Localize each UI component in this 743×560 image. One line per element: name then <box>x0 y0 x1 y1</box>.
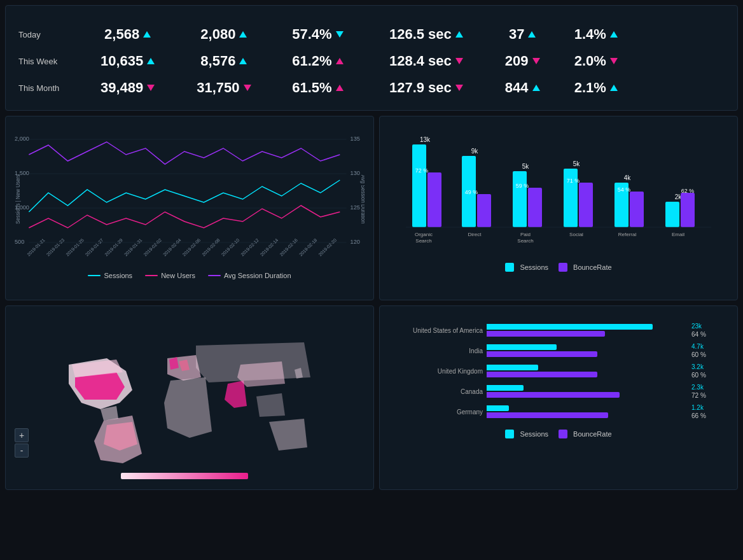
svg-text:9k: 9k <box>471 148 479 155</box>
svg-text:2019-01-31: 2019-01-31 <box>123 237 143 256</box>
country-label: Germany <box>394 409 483 416</box>
row-label: This Month <box>16 74 80 101</box>
svg-text:2019-02-10: 2019-02-10 <box>221 237 240 256</box>
hbar-values: 4.7k 60 % <box>691 343 723 358</box>
svg-text:2019-01-23: 2019-01-23 <box>46 237 66 256</box>
svg-text:49 %: 49 % <box>465 189 478 195</box>
svg-text:2019-02-16: 2019-02-16 <box>279 237 298 256</box>
stat-value: 127.9 sec <box>363 74 489 101</box>
hbar-bars <box>487 324 688 337</box>
svg-text:2019-02-04: 2019-02-04 <box>162 237 182 256</box>
svg-rect-31 <box>412 144 426 227</box>
country-label: India <box>394 347 483 354</box>
hbar-sessions-bar <box>487 324 653 330</box>
stat-value: 2.1% <box>556 74 636 101</box>
svg-text:500: 500 <box>15 239 24 245</box>
hbar-row: Canada 2.3k 72 % <box>394 384 723 399</box>
col-goal1-cvr <box>697 12 712 21</box>
hbar-bars <box>487 385 688 398</box>
svg-text:4k: 4k <box>624 174 632 181</box>
svg-text:Avg Session Duration: Avg Session Duration <box>360 175 365 224</box>
svg-text:2019-02-18: 2019-02-18 <box>298 237 318 256</box>
svg-text:Paid: Paid <box>520 232 531 237</box>
scale-bar <box>121 473 248 479</box>
world-map-svg <box>31 326 349 466</box>
svg-text:120: 120 <box>351 239 360 245</box>
hbar-row: United States of America 23k 64 % <box>394 323 723 338</box>
svg-text:2019-02-08: 2019-02-08 <box>201 237 221 256</box>
hbar-bounce-val: 60 % <box>691 351 723 358</box>
hbar-bars <box>487 344 688 357</box>
svg-text:2019-02-02: 2019-02-02 <box>142 237 162 256</box>
svg-text:Social: Social <box>569 232 583 237</box>
svg-text:72 %: 72 % <box>415 167 429 174</box>
svg-text:Search: Search <box>415 238 431 244</box>
svg-text:2019-01-25: 2019-01-25 <box>65 237 85 256</box>
bar-chart-svg: 13k 72 % Organic Search 9k 49 % Direct 5… <box>394 129 723 256</box>
col-bounce-rate <box>489 12 556 21</box>
svg-text:5k: 5k <box>522 163 530 170</box>
hbar-sessions-bar <box>487 385 524 391</box>
svg-text:2019-01-21: 2019-01-21 <box>26 237 46 256</box>
stat-value: 8,576 <box>176 48 272 74</box>
hbar-sessions-bar <box>487 405 509 411</box>
hbar-bars <box>487 405 688 418</box>
stat-value: 10,635 <box>80 48 176 74</box>
row-label: Today <box>16 21 80 48</box>
hbar-bounce-val: 60 % <box>691 372 723 379</box>
hbar-sessions-bar <box>487 344 557 350</box>
map-zoom-out[interactable]: - <box>15 444 29 458</box>
stat-value: 209 <box>489 48 556 74</box>
stat-value: 61.5% <box>272 74 364 101</box>
country-label: United States of America <box>394 327 483 334</box>
svg-text:5k: 5k <box>573 160 581 167</box>
hbar-values: 3.2k 60 % <box>691 363 723 379</box>
hbar-session-val: 2.3k <box>691 384 723 391</box>
hbar-chart-legend: Sessions BounceRate <box>389 424 728 438</box>
hbar-bars <box>487 365 688 377</box>
svg-rect-55 <box>630 192 644 227</box>
svg-text:2019-01-29: 2019-01-29 <box>104 237 123 256</box>
hbar-chart-panel: United States of America 23k 64 % India … <box>379 305 738 490</box>
svg-rect-58 <box>665 202 679 227</box>
svg-text:71 %: 71 % <box>567 178 580 184</box>
col-new-users <box>272 12 364 21</box>
stat-value: 61.2% <box>272 48 364 74</box>
hbar-session-val: 1.2k <box>691 404 723 411</box>
stat-value: 2.0% <box>556 48 636 74</box>
svg-text:125: 125 <box>351 204 360 211</box>
hbar-bounce-val: 66 % <box>691 412 723 419</box>
hbar-session-val: 23k <box>691 323 723 330</box>
hbar-bounce-val: 64 % <box>691 331 723 338</box>
stat-value: 31,750 <box>176 74 272 101</box>
hbar-bounce-bar <box>487 392 620 398</box>
col-sessions <box>80 12 176 21</box>
stats-table: Today2,5682,08057.4%126.5 sec371.4%This … <box>5 5 738 111</box>
svg-rect-60 <box>681 193 695 227</box>
hbar-session-val: 4.7k <box>691 343 723 350</box>
hbar-session-val: 3.2k <box>691 363 723 370</box>
stat-value: 1.4% <box>556 21 636 48</box>
svg-rect-42 <box>513 171 527 227</box>
hbar-row: India 4.7k 60 % <box>394 343 723 358</box>
country-label: United Kingdom <box>394 368 483 375</box>
hbar-sessions-bar <box>487 365 538 370</box>
stat-value: 57.4% <box>272 21 364 48</box>
country-label: Canada <box>394 388 483 395</box>
svg-text:13k: 13k <box>420 136 431 143</box>
stat-value: 126.5 sec <box>363 21 489 48</box>
line-chart-legend: Sessions New Users Avg Session Duration <box>15 272 365 279</box>
col-avg-session <box>636 12 651 21</box>
line-chart-panel: 2,000 1,500 1,000 500 135 130 125 120 Av… <box>5 116 374 300</box>
row-label: This Week <box>16 48 80 74</box>
bar-chart-legend: Sessions BounceRate <box>389 263 728 272</box>
svg-text:Sessions | New Users: Sessions | New Users <box>15 174 21 224</box>
stat-value: 39,489 <box>80 74 176 101</box>
hbar-values: 23k 64 % <box>691 323 723 338</box>
map-panel: + - <box>5 305 374 490</box>
svg-text:2019-02-12: 2019-02-12 <box>240 237 260 256</box>
map-zoom-in[interactable]: + <box>15 428 29 442</box>
hbar-bounce-val: 72 % <box>691 392 723 399</box>
hbar-row: United Kingdom 3.2k 60 % <box>394 363 723 379</box>
hbar-values: 1.2k 66 % <box>691 404 723 419</box>
